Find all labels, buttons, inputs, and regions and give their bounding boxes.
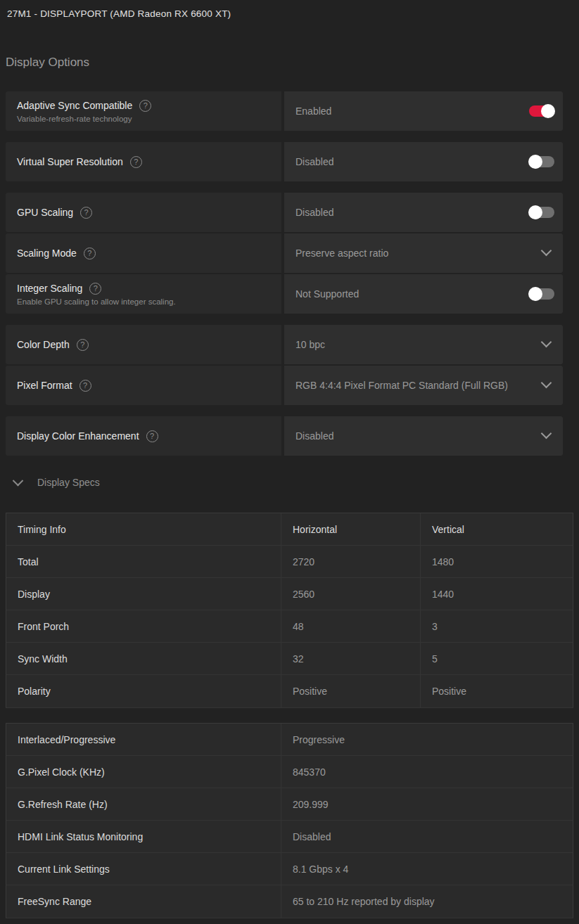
- display-options-list: Adaptive Sync Compatible ? Variable-refr…: [6, 91, 563, 456]
- setting-row-display-color-enhancement: Display Color Enhancement ? Disabled: [6, 416, 563, 456]
- setting-row-virtual-super-resolution: Virtual Super Resolution ? Disabled: [6, 142, 563, 181]
- row-value: 845370: [281, 756, 573, 788]
- row-label: G.Refresh Rate (Hz): [6, 788, 281, 820]
- toggle-knob: [528, 287, 542, 301]
- pixel-format-label-panel: Pixel Format ?: [6, 366, 281, 405]
- row-vertical-value: 5: [421, 643, 573, 674]
- gpu-scaling-value: Disabled: [295, 207, 333, 218]
- gpu-scaling-label-panel: GPU Scaling ?: [6, 193, 281, 232]
- help-icon[interactable]: ?: [146, 430, 158, 442]
- help-icon[interactable]: ?: [130, 156, 142, 168]
- page-title: Display Options: [6, 56, 579, 70]
- dce-dropdown[interactable]: Disabled: [284, 416, 563, 456]
- table-row: Display 2560 1440: [6, 578, 573, 610]
- pixel-format-value: RGB 4:4:4 Pixel Format PC Standard (Full…: [295, 380, 508, 391]
- help-icon[interactable]: ?: [139, 100, 151, 112]
- table-row: Total 2720 1480: [6, 546, 573, 578]
- help-icon[interactable]: ?: [79, 380, 91, 392]
- scaling-mode-dropdown[interactable]: Preserve aspect ratio: [284, 233, 563, 273]
- row-vertical-value: Positive: [421, 675, 573, 707]
- row-horizontal-value: 48: [281, 610, 421, 642]
- help-icon[interactable]: ?: [77, 339, 89, 351]
- chevron-down-icon: [541, 245, 552, 257]
- display-specs-toggle[interactable]: Display Specs: [14, 473, 579, 492]
- integer-scaling-label-panel: Integer Scaling ? Enable GPU scaling to …: [6, 274, 281, 314]
- adaptive-sync-value: Enabled: [295, 105, 331, 117]
- help-icon[interactable]: ?: [84, 248, 96, 259]
- table-row: Sync Width 32 5: [6, 643, 573, 675]
- display-connection-title: 27M1 - DISPLAYPORT (AMD Radeon RX 6600 X…: [0, 0, 579, 19]
- row-label: FreeSync Range: [6, 885, 281, 918]
- row-value: 8.1 Gbps x 4: [281, 853, 573, 885]
- gpu-scaling-value-panel: Disabled: [284, 193, 563, 232]
- scaling-mode-label-panel: Scaling Mode ?: [6, 233, 281, 273]
- link-info-table: Interlaced/Progressive Progressive G.Pix…: [6, 723, 573, 918]
- adaptive-sync-value-panel: Enabled: [284, 91, 563, 131]
- row-vertical-value: 1480: [421, 546, 573, 577]
- chevron-down-icon: [541, 337, 552, 348]
- dce-value: Disabled: [295, 430, 333, 442]
- table-row: Interlaced/Progressive Progressive: [6, 724, 573, 756]
- row-vertical-value: 1440: [421, 578, 573, 610]
- toggle-knob: [528, 205, 542, 219]
- color-depth-label-panel: Color Depth ?: [6, 325, 281, 364]
- adaptive-sync-toggle[interactable]: [529, 105, 554, 117]
- vsr-label: Virtual Super Resolution: [17, 156, 123, 167]
- table-row: FreeSync Range 65 to 210 Hz reported by …: [6, 885, 573, 918]
- row-horizontal-value: 32: [281, 643, 421, 674]
- timing-table: Timing Info Horizontal Vertical Total 27…: [6, 513, 573, 708]
- row-value: 65 to 210 Hz reported by display: [281, 885, 573, 918]
- row-label: HDMI Link Status Monitoring: [6, 821, 281, 852]
- table-row: G.Pixel Clock (KHz) 845370: [6, 756, 573, 788]
- table-row: HDMI Link Status Monitoring Disabled: [6, 821, 573, 853]
- vsr-toggle[interactable]: [529, 156, 554, 167]
- timing-info-header: Timing Info: [6, 513, 281, 545]
- pixel-format-dropdown[interactable]: RGB 4:4:4 Pixel Format PC Standard (Full…: [284, 366, 563, 405]
- row-label: Display: [6, 578, 281, 610]
- setting-row-pixel-format: Pixel Format ? RGB 4:4:4 Pixel Format PC…: [6, 366, 563, 405]
- scaling-mode-value: Preserve aspect ratio: [295, 248, 388, 259]
- integer-scaling-value: Not Supported: [295, 288, 359, 300]
- table-row: G.Refresh Rate (Hz) 209.999: [6, 788, 573, 821]
- row-value: 209.999: [281, 788, 573, 820]
- help-icon[interactable]: ?: [80, 207, 92, 219]
- color-depth-dropdown[interactable]: 10 bpc: [284, 325, 563, 364]
- table-row: Front Porch 48 3: [6, 610, 573, 643]
- chevron-down-icon: [13, 475, 24, 486]
- gpu-scaling-toggle[interactable]: [529, 207, 554, 218]
- setting-row-adaptive-sync: Adaptive Sync Compatible ? Variable-refr…: [6, 91, 563, 131]
- row-label: Polarity: [6, 675, 281, 707]
- color-depth-label: Color Depth: [17, 339, 70, 350]
- color-depth-value: 10 bpc: [295, 339, 325, 350]
- row-horizontal-value: Positive: [281, 675, 421, 707]
- row-label: Front Porch: [6, 610, 281, 642]
- integer-scaling-label: Integer Scaling: [17, 283, 82, 294]
- gpu-scaling-label: GPU Scaling: [17, 207, 73, 218]
- adaptive-sync-sublabel: Variable-refresh-rate technology: [17, 115, 281, 123]
- table-header-row: Timing Info Horizontal Vertical: [6, 513, 573, 546]
- integer-scaling-value-panel: Not Supported: [284, 274, 563, 314]
- row-label: Sync Width: [6, 643, 281, 674]
- adaptive-sync-label: Adaptive Sync Compatible: [17, 100, 132, 111]
- setting-row-scaling-mode: Scaling Mode ? Preserve aspect ratio: [6, 233, 563, 273]
- adaptive-sync-label-panel: Adaptive Sync Compatible ? Variable-refr…: [6, 91, 281, 131]
- row-value: Progressive: [281, 724, 573, 755]
- vsr-value: Disabled: [295, 156, 333, 167]
- setting-row-integer-scaling: Integer Scaling ? Enable GPU scaling to …: [6, 274, 563, 314]
- chevron-down-icon: [541, 428, 552, 439]
- setting-row-gpu-scaling: GPU Scaling ? Disabled: [6, 193, 563, 232]
- integer-scaling-toggle[interactable]: [529, 288, 554, 300]
- vertical-header: Vertical: [421, 513, 573, 545]
- dce-label: Display Color Enhancement: [17, 430, 139, 442]
- vsr-value-panel: Disabled: [284, 142, 563, 181]
- row-value: Disabled: [281, 821, 573, 852]
- row-label: Total: [6, 546, 281, 577]
- horizontal-header: Horizontal: [281, 513, 421, 545]
- row-label: Interlaced/Progressive: [6, 724, 281, 755]
- toggle-knob: [528, 155, 542, 169]
- help-icon[interactable]: ?: [89, 283, 101, 295]
- setting-row-color-depth: Color Depth ? 10 bpc: [6, 325, 563, 364]
- integer-scaling-sublabel: Enable GPU scaling to allow integer scal…: [17, 297, 281, 306]
- row-label: G.Pixel Clock (KHz): [6, 756, 281, 788]
- row-vertical-value: 3: [421, 610, 573, 642]
